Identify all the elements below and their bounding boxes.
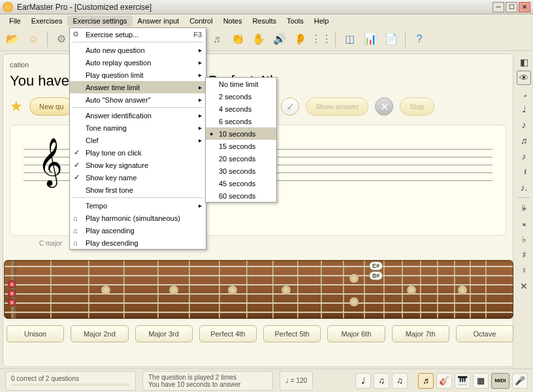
double-flat-icon[interactable]: 𝄫 <box>517 201 531 215</box>
menu-item-clef[interactable]: Clef▸ <box>70 134 206 146</box>
string-marker: ✕ <box>8 299 16 306</box>
interval-major-2nd[interactable]: Major 2nd <box>71 325 128 342</box>
natural-icon[interactable]: ♮ <box>517 263 531 278</box>
stop-icon[interactable]: ✕ <box>375 97 393 116</box>
submenu-item-4-seconds[interactable]: 4 seconds <box>206 103 276 115</box>
menu-item-play-question-limit[interactable]: Play question limit▸ <box>70 69 206 81</box>
descending-icon[interactable]: ♫ <box>392 373 408 389</box>
submenu-item-45-seconds[interactable]: 45 seconds <box>206 177 276 189</box>
staff-icon[interactable]: ♬ <box>208 31 225 48</box>
menu-item-tempo[interactable]: Tempo▸ <box>70 199 206 212</box>
menu-control[interactable]: Control <box>184 16 218 26</box>
show-answer-button[interactable]: Show answer <box>306 97 368 116</box>
menu-notes[interactable]: Notes <box>218 16 248 26</box>
window-icon[interactable]: ◫ <box>341 31 358 48</box>
menu-item-show-key-name[interactable]: ✓Show key name <box>70 171 206 184</box>
submenu-item-2-seconds[interactable]: 2 seconds <box>206 90 276 103</box>
minimize-button[interactable]: ─ <box>493 2 504 12</box>
stop-button[interactable]: Stop <box>400 97 434 116</box>
submenu-item-label: 15 seconds <box>219 142 255 150</box>
check-icon[interactable]: ✓ <box>281 97 299 116</box>
menu-help[interactable]: Help <box>309 16 334 26</box>
interval-major-7th[interactable]: Major 7th <box>392 325 449 342</box>
close-button[interactable]: ✕ <box>519 2 530 12</box>
interval-unison[interactable]: Unison <box>7 325 64 342</box>
interval-major-3rd[interactable]: Major 3rd <box>135 325 193 342</box>
submenu-item-15-seconds[interactable]: 15 seconds <box>206 140 276 152</box>
ear-icon[interactable]: 👂 <box>292 31 309 48</box>
sliders-icon[interactable]: ⋮⋮ <box>313 31 330 48</box>
mic-icon[interactable]: 🎤 <box>512 373 528 389</box>
menu-item-label: Play descending <box>86 239 138 247</box>
menu-item-tone-naming[interactable]: Tone naming▸ <box>70 122 206 134</box>
menu-item-auto-new-question[interactable]: Auto new question▸ <box>70 44 206 56</box>
interval-major-6th[interactable]: Major 6th <box>327 325 385 342</box>
menu-item-play-ascending[interactable]: ♫Play ascending <box>70 224 206 237</box>
star-icon: ★ <box>10 98 23 115</box>
open-icon[interactable]: 📂 <box>4 31 21 48</box>
menu-results[interactable]: Results <box>247 16 282 26</box>
user-icon[interactable]: ☺ <box>25 31 42 48</box>
menu-item-show-key-signature[interactable]: ✓Show key signature <box>70 159 206 171</box>
ascending-icon[interactable]: ♫ <box>374 373 389 389</box>
menu-item-auto-replay-question[interactable]: Auto replay question▸ <box>70 56 206 69</box>
menu-answer-input[interactable]: Answer input <box>133 16 185 26</box>
maximize-button[interactable]: ☐ <box>506 2 517 12</box>
submenu-item-no-time-limit[interactable]: No time limit <box>206 78 276 90</box>
eighth-note-icon[interactable]: ♪ <box>517 118 531 132</box>
staff-view-icon[interactable]: ♬ <box>418 373 434 389</box>
menu-item-exercise-setup[interactable]: ⚙Exercise setup...F3 <box>70 28 206 41</box>
help-icon[interactable]: ? <box>411 31 428 48</box>
hand-icon[interactable]: ✋ <box>250 31 267 48</box>
sheet-icon[interactable]: 📄 <box>383 31 400 48</box>
menu-item-label: Tone naming <box>86 124 127 132</box>
interval-octave[interactable]: Octave <box>456 325 513 342</box>
piano-view-icon[interactable]: 🎹 <box>455 373 470 389</box>
submenu-item-20-seconds[interactable]: 20 seconds <box>206 152 276 165</box>
menu-item-auto-show-answer[interactable]: Auto "Show answer"▸ <box>70 93 206 106</box>
menu-tools[interactable]: Tools <box>282 16 309 26</box>
menu-item-answer-time-limit[interactable]: Answer time limit▸ <box>70 81 206 93</box>
sixteenth-note-icon[interactable]: ♬ <box>517 133 531 148</box>
menu-item-play-descending[interactable]: ♫Play descending <box>70 237 206 249</box>
speaker-icon[interactable]: 🔊 <box>271 31 288 48</box>
menu-item-label: Play tone on click <box>86 149 142 157</box>
sharp-icon[interactable]: ♯ <box>517 248 531 262</box>
settings-icon[interactable]: ⚙ <box>53 31 70 48</box>
menu-exercises[interactable]: Exercises <box>26 16 68 26</box>
menu-item-play-tone-on-click[interactable]: ✓Play tone on click <box>70 146 206 159</box>
menu-item-play-harmonic-simultaneous[interactable]: ♫Play harmonic (simultaneous) <box>70 212 206 224</box>
submenu-item-6-seconds[interactable]: 6 seconds <box>206 115 276 127</box>
dotted-icon[interactable]: ♪. <box>517 180 531 195</box>
menu-item-show-first-tone[interactable]: Show first tone <box>70 184 206 196</box>
submenu-item-30-seconds[interactable]: 30 seconds <box>206 165 276 177</box>
triplet-icon[interactable]: ♪ <box>517 149 531 163</box>
eraser-icon[interactable]: ◧ <box>517 55 531 69</box>
guitar-view-icon[interactable]: 🎸 <box>436 373 452 389</box>
submenu-item-60-seconds[interactable]: 60 seconds <box>206 189 276 202</box>
fretboard[interactable]: ✕ ✕ ✕ E# B# <box>4 260 513 319</box>
menu-item-label: Tempo <box>86 202 107 210</box>
clap-icon[interactable]: 👏 <box>229 31 246 48</box>
submenu-item-10-seconds[interactable]: ●10 seconds <box>206 127 276 140</box>
whole-note-icon[interactable]: 👁 <box>517 71 531 85</box>
interval-perfect-5th[interactable]: Perfect 5th <box>263 325 321 342</box>
double-sharp-icon[interactable]: 𝄪 <box>517 216 531 231</box>
single-note-icon[interactable]: ♩ <box>355 373 371 389</box>
tempo-panel[interactable]: ♩ = 120 <box>280 371 313 391</box>
menu-item-answer-identification[interactable]: Answer identification▸ <box>70 109 206 122</box>
interval-perfect-4th[interactable]: Perfect 4th <box>199 325 257 342</box>
submenu-arrow-icon: ▸ <box>199 71 202 78</box>
quarter-note-icon[interactable]: ♩ <box>517 102 531 116</box>
menu-exercise-settings[interactable]: Exercise settings <box>67 16 132 26</box>
rest-icon[interactable]: 𝄽 <box>517 165 531 179</box>
grid-view-icon[interactable]: ▦ <box>473 373 489 389</box>
check-icon: ✓ <box>74 173 80 182</box>
new-question-button[interactable]: New qu <box>29 97 73 116</box>
menu-file[interactable]: File <box>4 16 26 26</box>
flat-icon[interactable]: ♭ <box>517 232 531 246</box>
half-note-icon[interactable]: 𝅗 <box>517 86 531 101</box>
clear-icon[interactable]: ✕ <box>517 279 531 293</box>
midi-button[interactable]: MIDI <box>491 373 509 389</box>
chart-icon[interactable]: 📊 <box>362 31 379 48</box>
